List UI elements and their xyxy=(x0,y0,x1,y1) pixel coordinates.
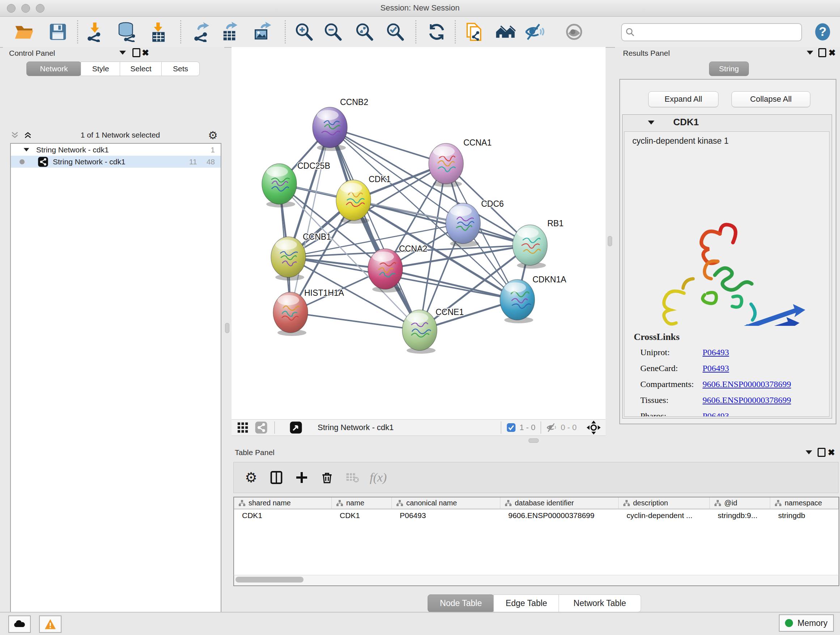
birds-eye-view-icon[interactable] xyxy=(289,421,302,434)
export-table-icon[interactable] xyxy=(219,22,240,42)
gene-section-expander-icon[interactable] xyxy=(648,120,654,125)
delete-column-icon[interactable] xyxy=(319,470,335,486)
node-label: CDKN1A xyxy=(532,275,567,284)
table-options-gear-icon[interactable]: ⚙ xyxy=(243,470,259,486)
network-row[interactable]: String Network - cdk1 11 48 xyxy=(11,156,221,168)
export-network-icon[interactable] xyxy=(191,22,212,42)
crosslink-link[interactable]: P06493 xyxy=(703,363,729,373)
open-session-icon[interactable] xyxy=(14,22,34,42)
zoom-in-icon[interactable] xyxy=(294,22,314,42)
network-collection-row[interactable]: String Network - cdk1 1 xyxy=(11,144,221,156)
network-node-ccnb2[interactable]: CCNB2 xyxy=(313,97,368,151)
table-cell[interactable]: stringdb xyxy=(770,509,838,522)
column-header-namespace[interactable]: namespace xyxy=(770,497,838,509)
column-header--id[interactable]: @id xyxy=(710,497,770,509)
crosslink-link[interactable]: P06493 xyxy=(703,348,729,357)
network-edge[interactable] xyxy=(385,269,517,300)
table-cell[interactable]: P06493 xyxy=(392,509,500,522)
tab-sets[interactable]: Sets xyxy=(161,62,200,76)
column-header-canonical-name[interactable]: canonical name xyxy=(392,497,500,509)
column-header-name[interactable]: name xyxy=(332,497,392,509)
network-node-cdkn1a[interactable]: CDKN1A xyxy=(500,275,567,323)
save-session-icon[interactable] xyxy=(48,22,68,42)
table-cell[interactable]: stringdb:9... xyxy=(710,509,770,522)
tab-edge-table[interactable]: Edge Table xyxy=(493,594,559,612)
search-input[interactable] xyxy=(638,25,801,40)
clone-network-icon[interactable] xyxy=(464,22,484,42)
show-graphics-icon[interactable] xyxy=(564,22,584,42)
network-node-ccne1[interactable]: CCNE1 xyxy=(402,307,464,354)
import-network-icon[interactable] xyxy=(85,22,105,42)
home-networks-icon[interactable] xyxy=(495,22,515,42)
results-panel-close-icon[interactable]: ✖ xyxy=(829,48,836,58)
crosslink-row: GeneCard:P06493 xyxy=(640,363,821,373)
network-node-cdc25b[interactable]: CDC25B xyxy=(262,161,330,207)
network-edge[interactable] xyxy=(291,312,420,330)
table-cell[interactable]: cyclin-dependent ... xyxy=(619,509,709,522)
column-header-description[interactable]: description xyxy=(619,497,710,509)
collapse-all-button[interactable]: Collapse All xyxy=(731,91,810,107)
network-options-gear-icon[interactable]: ⚙ xyxy=(208,129,218,141)
zoom-fit-icon[interactable] xyxy=(354,22,374,42)
expand-all-button[interactable]: Expand All xyxy=(648,91,718,107)
table-cell[interactable]: 9606.ENSP00000378699 xyxy=(500,509,618,522)
gene-details: cyclin-dependent kinase 1 xyxy=(624,131,829,417)
right-splitter-grip[interactable] xyxy=(608,236,612,246)
column-header-shared-name[interactable]: shared name xyxy=(234,497,332,509)
selected-checkbox-icon[interactable] xyxy=(507,423,516,432)
network-view-mode-icon[interactable] xyxy=(255,421,268,434)
memory-button[interactable]: Memory xyxy=(779,614,834,632)
show-columns-icon[interactable] xyxy=(268,470,284,486)
crosslink-link[interactable]: 9606.ENSP00000378699 xyxy=(703,379,791,389)
table-cell[interactable]: CDK1 xyxy=(332,509,392,522)
network-node-hist1h1a[interactable]: HIST1H1A xyxy=(273,288,344,336)
tab-select[interactable]: Select xyxy=(120,62,162,76)
scrollbar-thumb[interactable] xyxy=(235,577,303,583)
column-header-database-identifier[interactable]: database identifier xyxy=(500,497,619,509)
collection-expander-icon[interactable] xyxy=(24,148,29,151)
table-panel-close-icon[interactable]: ✖ xyxy=(828,448,835,458)
table-panel-float-icon[interactable] xyxy=(818,448,826,457)
crosslink-link[interactable]: P06493 xyxy=(703,411,729,417)
results-panel-float-icon[interactable] xyxy=(818,48,826,57)
table-horizontal-scrollbar[interactable] xyxy=(233,575,839,586)
network-node-rb1[interactable]: RB1 xyxy=(513,219,564,269)
tab-network-table[interactable]: Network Table xyxy=(559,594,641,612)
zoom-out-icon[interactable] xyxy=(323,22,343,42)
column-type-icon xyxy=(505,500,512,507)
table-splitter-grip[interactable] xyxy=(529,439,538,443)
string-network-graph[interactable]: CCNB2CCNA1CDC25BCDK1CDC6RB1CCNB1CCNA2CDK… xyxy=(232,47,606,419)
import-table-icon[interactable] xyxy=(148,22,168,42)
network-edge[interactable] xyxy=(330,127,420,330)
hide-unhide-icon[interactable] xyxy=(524,22,545,42)
expand-all-icon[interactable] xyxy=(23,130,33,140)
table-cell[interactable]: CDK1 xyxy=(234,509,332,522)
network-view-canvas[interactable]: CCNB2CCNA1CDC25BCDK1CDC6RB1CCNB1CCNA2CDK… xyxy=(232,47,606,419)
help-icon[interactable]: ? xyxy=(813,22,832,41)
control-panel-close-icon[interactable]: ✖ xyxy=(142,48,149,58)
import-network-from-database-icon[interactable] xyxy=(117,22,137,42)
left-splitter-grip[interactable] xyxy=(225,323,229,333)
table-panel-menu-icon[interactable] xyxy=(806,450,812,454)
network-node-ccna1[interactable]: CCNA1 xyxy=(429,138,492,187)
tab-network[interactable]: Network xyxy=(27,62,81,76)
create-column-icon[interactable] xyxy=(294,470,309,486)
grid-mode-icon[interactable] xyxy=(237,421,249,434)
collapse-all-icon[interactable] xyxy=(10,130,19,140)
network-edge[interactable] xyxy=(330,127,446,164)
pan-tool-icon[interactable] xyxy=(586,420,601,435)
tab-style[interactable]: Style xyxy=(81,62,120,76)
control-panel-menu-icon[interactable] xyxy=(119,51,126,55)
zoom-selected-icon[interactable] xyxy=(385,22,405,42)
warnings-button[interactable] xyxy=(39,616,62,633)
network-node-cdk1[interactable]: CDK1 xyxy=(336,174,391,224)
results-panel-menu-icon[interactable] xyxy=(807,51,813,55)
network-view-toolbar: String Network - cdk1 1 - 0 0 - 0 xyxy=(232,419,606,436)
crosslink-link[interactable]: 9606.ENSP00000378699 xyxy=(703,395,791,405)
tab-node-table[interactable]: Node Table xyxy=(428,594,494,612)
export-image-icon[interactable] xyxy=(252,22,272,42)
cloud-status-button[interactable] xyxy=(8,616,31,633)
refresh-icon[interactable] xyxy=(426,22,447,42)
control-panel-float-icon[interactable] xyxy=(133,48,141,57)
tab-string-results[interactable]: String xyxy=(709,62,749,76)
